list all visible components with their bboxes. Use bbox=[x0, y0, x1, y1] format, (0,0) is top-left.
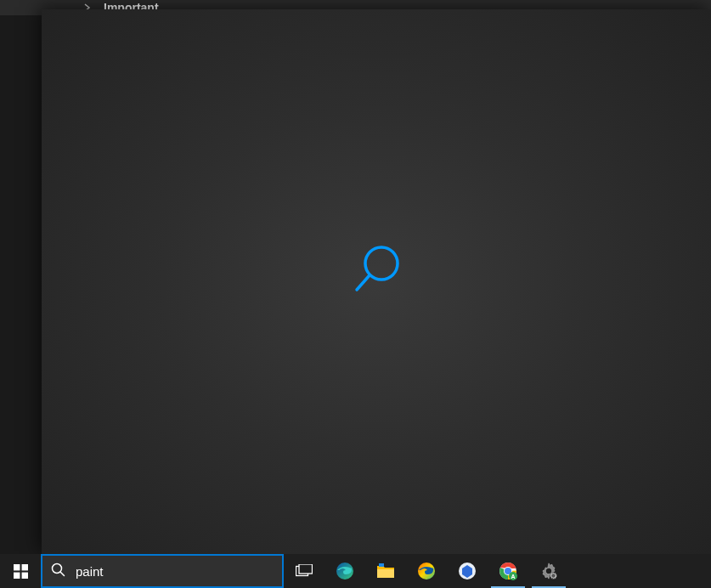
taskbar-app-settings[interactable] bbox=[528, 554, 569, 588]
svg-rect-9 bbox=[299, 564, 313, 574]
taskbar: A bbox=[0, 554, 711, 588]
search-icon bbox=[51, 563, 65, 580]
windows-logo-icon bbox=[14, 564, 28, 579]
taskbar-app-chrome[interactable]: A bbox=[488, 554, 528, 588]
chrome-icon: A bbox=[499, 562, 517, 580]
taskbar-app-edge[interactable] bbox=[324, 554, 365, 588]
svg-line-7 bbox=[60, 572, 65, 576]
svg-point-19 bbox=[546, 568, 551, 574]
taskbar-search-box[interactable] bbox=[41, 554, 284, 588]
app-icon bbox=[458, 562, 477, 580]
svg-rect-2 bbox=[14, 564, 20, 570]
taskbar-app-generic[interactable] bbox=[447, 554, 488, 588]
svg-rect-5 bbox=[21, 572, 27, 578]
task-view-icon bbox=[296, 564, 313, 578]
search-results-panel bbox=[42, 9, 711, 554]
start-button[interactable] bbox=[0, 554, 41, 588]
svg-text:A: A bbox=[511, 574, 515, 580]
search-input[interactable] bbox=[76, 564, 274, 579]
task-view-button[interactable] bbox=[284, 554, 324, 588]
svg-rect-4 bbox=[14, 572, 20, 578]
svg-line-1 bbox=[357, 275, 370, 290]
gear-icon bbox=[539, 562, 558, 580]
folder-icon bbox=[376, 563, 395, 580]
taskbar-app-file-explorer[interactable] bbox=[365, 554, 406, 588]
search-loading-icon bbox=[350, 243, 403, 299]
edge-icon bbox=[335, 561, 355, 581]
taskbar-app-edge-2[interactable] bbox=[406, 554, 447, 588]
svg-rect-11 bbox=[379, 563, 384, 567]
edge-icon bbox=[416, 561, 437, 581]
svg-rect-3 bbox=[21, 564, 27, 570]
